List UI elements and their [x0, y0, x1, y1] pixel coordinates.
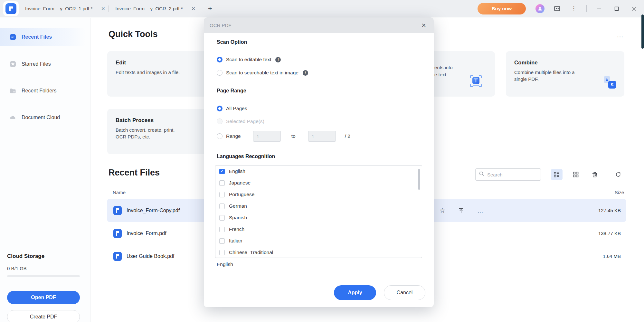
language-label: Italian	[229, 238, 242, 244]
sidebar-item-document-cloud[interactable]: Document Cloud	[0, 109, 86, 127]
tab-document-1[interactable]: Invoice_Form-...y_OCR_1.pdf * ✕	[19, 0, 109, 17]
cloud-storage-title: Cloud Storage	[7, 253, 44, 260]
language-option-german[interactable]: German	[215, 200, 422, 212]
minimize-button[interactable]	[594, 4, 604, 14]
cancel-button[interactable]: Cancel	[384, 285, 425, 300]
column-header-name[interactable]: Name	[113, 190, 126, 195]
sidebar-item-label: Document Cloud	[22, 115, 60, 120]
sidebar: Recent Files Starred Files Recent Folder…	[0, 18, 90, 322]
range-to-input[interactable]	[308, 131, 336, 142]
close-window-button[interactable]	[629, 4, 639, 14]
apply-button[interactable]: Apply	[334, 285, 376, 300]
file-size: 1.64 MB	[603, 253, 621, 259]
dialog-header[interactable]: OCR PDF ✕	[204, 17, 434, 33]
checkbox-icon[interactable]	[219, 204, 225, 209]
sidebar-item-starred-files[interactable]: Starred Files	[0, 55, 86, 73]
sidebar-item-recent-files[interactable]: Recent Files	[0, 28, 86, 46]
more-menu-icon[interactable]: ⋮	[570, 5, 578, 13]
new-tab-button[interactable]: +	[206, 5, 214, 13]
tab-2-close-icon[interactable]: ✕	[190, 5, 197, 12]
radio-selected-icon[interactable]	[217, 57, 223, 62]
buy-now-button[interactable]: Buy now	[478, 3, 526, 14]
maximize-button[interactable]	[612, 4, 621, 14]
file-name: Invoice_Form.pdf	[127, 231, 166, 236]
card-title: Combine	[514, 60, 624, 66]
open-pdf-button[interactable]: Open PDF	[7, 291, 80, 304]
tab-2-label: Invoice_Form-...y_OCR_2.pdf *	[115, 6, 183, 11]
card-description: Edit texts and images in a file.	[116, 69, 196, 76]
file-size: 138.77 KB	[598, 231, 621, 236]
grid-view-button[interactable]	[570, 169, 582, 180]
create-pdf-button[interactable]: Create PDF	[7, 310, 80, 322]
radio-label: Selected Page(s)	[226, 118, 264, 124]
toolbar-divider	[608, 171, 608, 178]
sidebar-item-label: Starred Files	[22, 61, 51, 67]
file-size: 127.45 KB	[598, 208, 621, 213]
tab-document-2[interactable]: Invoice_Form-...y_OCR_2.pdf * ✕	[109, 0, 199, 17]
card-description: Combine multiple files into a single PDF…	[514, 69, 588, 82]
language-option-italian[interactable]: Italian	[215, 235, 422, 247]
page-range-title: Page Range	[217, 88, 246, 94]
checkbox-icon[interactable]	[219, 227, 225, 232]
radio-scan-to-editable-text[interactable]: Scan to editable text !	[217, 56, 281, 63]
star-file-icon[interactable]: ☆	[438, 206, 447, 215]
languages-recognition-title: Languages Recognition	[217, 154, 275, 159]
language-label: French	[229, 226, 244, 232]
checkbox-icon[interactable]	[219, 192, 225, 197]
radio-label: All Pages	[226, 106, 247, 111]
language-option-japanese[interactable]: Japanese	[215, 177, 422, 189]
quick-tool-card-combine[interactable]: Combine Combine multiple files into a si…	[506, 51, 624, 97]
radio-scan-to-searchable-text[interactable]: Scan to searchable text in image !	[217, 69, 308, 77]
list-view-button[interactable]	[551, 169, 563, 180]
quick-tools-more-button[interactable]: …	[617, 31, 624, 39]
radio-all-pages[interactable]: All Pages	[217, 105, 247, 112]
dialog-close-icon[interactable]: ✕	[420, 21, 428, 30]
info-icon[interactable]: !	[275, 57, 281, 62]
languages-scrollbar-thumb[interactable]	[418, 169, 420, 190]
language-label: Chinese_Traditional	[229, 250, 273, 255]
checkbox-icon[interactable]	[219, 215, 225, 221]
languages-listbox: ✓ English Japanese Portuguese German Spa…	[215, 165, 422, 258]
range-from-input[interactable]	[253, 131, 281, 142]
column-header-size[interactable]: Size	[615, 190, 624, 195]
recent-files-title: Recent Files	[109, 168, 160, 178]
search-input[interactable]	[487, 172, 535, 177]
upload-file-icon[interactable]	[457, 206, 465, 215]
pdf-file-icon	[113, 229, 122, 238]
radio-selected-icon[interactable]	[217, 106, 223, 111]
tab-1-close-icon[interactable]: ✕	[99, 5, 107, 12]
file-more-actions-icon[interactable]: …	[476, 206, 485, 215]
feedback-icon[interactable]	[553, 5, 561, 13]
sidebar-item-recent-folders[interactable]: Recent Folders	[0, 82, 86, 100]
dialog-title: OCR PDF	[210, 23, 232, 28]
delete-button[interactable]	[589, 169, 601, 180]
app-logo-tile	[3, 1, 19, 16]
language-label: Japanese	[229, 180, 251, 186]
language-option-english[interactable]: ✓ English	[215, 166, 422, 177]
language-label: German	[229, 203, 247, 209]
cloud-storage-usage: 0 B/1 GB	[7, 266, 27, 271]
window-scrollbar-thumb[interactable]	[641, 14, 644, 49]
language-option-portuguese[interactable]: Portuguese	[215, 189, 422, 200]
radio-range[interactable]: Range to / 2	[217, 131, 350, 142]
radio-icon[interactable]	[217, 70, 223, 76]
user-avatar[interactable]	[535, 4, 545, 13]
checkbox-checked-icon[interactable]: ✓	[219, 169, 225, 174]
quick-tools-title: Quick Tools	[109, 29, 158, 39]
language-option-spanish[interactable]: Spanish	[215, 212, 422, 223]
file-name: User Guide Book.pdf	[127, 253, 175, 259]
radio-disabled-icon	[217, 118, 223, 124]
card-description: Batch convert, create, print, OCR PDFs, …	[116, 127, 185, 140]
refresh-button[interactable]	[612, 169, 624, 180]
search-box[interactable]	[475, 168, 541, 181]
radio-label: Range	[226, 133, 241, 139]
checkbox-icon[interactable]	[219, 180, 225, 186]
checkbox-icon[interactable]	[219, 250, 225, 255]
app-window: Invoice_Form-...y_OCR_1.pdf * ✕ Invoice_…	[0, 0, 644, 322]
checkbox-icon[interactable]	[219, 238, 225, 244]
sidebar-divider	[7, 285, 80, 285]
language-option-chinese-traditional[interactable]: Chinese_Traditional	[215, 247, 422, 258]
radio-icon[interactable]	[217, 133, 223, 139]
language-option-french[interactable]: French	[215, 223, 422, 235]
info-icon[interactable]: !	[303, 70, 308, 76]
